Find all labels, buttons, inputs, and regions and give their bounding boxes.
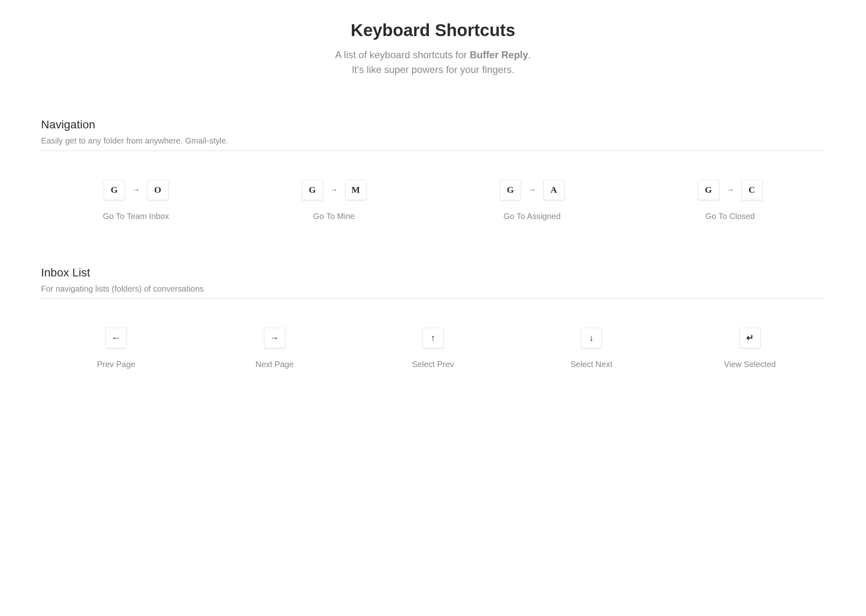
shortcut-go-team-inbox: G → O Go To Team Inbox: [99, 180, 173, 221]
shortcut-select-next: ↓ Select Next: [554, 328, 628, 369]
shortcut-label: Go To Team Inbox: [103, 212, 169, 221]
shortcut-go-closed: G → C Go To Closed: [693, 180, 767, 221]
key-sequence: ↓: [581, 328, 602, 348]
key-g: G: [302, 180, 323, 200]
key-sequence: G → C: [698, 180, 763, 200]
key-c: C: [741, 180, 763, 200]
page-title: Keyboard Shortcuts: [41, 21, 825, 40]
key-left-arrow: ←: [105, 328, 127, 348]
shortcut-label: Go To Mine: [313, 212, 355, 221]
shortcut-label: Select Next: [570, 360, 612, 369]
key-a: A: [543, 180, 565, 200]
key-sequence: ↑: [422, 328, 444, 348]
section-divider: [41, 299, 825, 299]
key-enter: ↵: [739, 328, 761, 348]
shortcut-label: View Selected: [724, 360, 776, 369]
subtitle-line2: It's like super powers for your fingers.: [352, 64, 515, 75]
shortcut-label: Next Page: [255, 360, 294, 369]
shortcut-view-selected: ↵ View Selected: [713, 328, 787, 369]
subtitle-strong: Buffer Reply: [469, 49, 528, 60]
section-description: Easily get to any folder from anywhere. …: [41, 136, 825, 146]
section-title: Navigation: [41, 118, 825, 131]
key-sequence: ←: [105, 328, 127, 348]
section-inbox-list: Inbox List For navigating lists (folders…: [41, 266, 825, 369]
key-g: G: [500, 180, 521, 200]
key-sequence: G → A: [500, 180, 565, 200]
key-up-arrow: ↑: [422, 328, 444, 348]
section-description: For navigating lists (folders) of conver…: [41, 284, 825, 294]
key-o: O: [147, 180, 169, 200]
sequence-arrow-icon: →: [727, 186, 734, 194]
section-navigation: Navigation Easily get to any folder from…: [41, 118, 825, 221]
key-sequence: →: [264, 328, 285, 348]
shortcuts-row: ← Prev Page → Next Page ↑ Select Prev ↓ …: [41, 328, 825, 369]
section-title: Inbox List: [41, 266, 825, 279]
sequence-arrow-icon: →: [132, 186, 140, 194]
subtitle-prefix: A list of keyboard shortcuts for: [335, 49, 469, 60]
shortcut-label: Select Prev: [412, 360, 454, 369]
section-divider: [41, 151, 825, 151]
shortcut-go-mine: G → M Go To Mine: [297, 180, 371, 221]
subtitle-suffix: .: [528, 49, 531, 60]
key-g: G: [698, 180, 719, 200]
key-down-arrow: ↓: [581, 328, 602, 348]
key-sequence: G → O: [104, 180, 169, 200]
page-subtitle: A list of keyboard shortcuts for Buffer …: [41, 48, 825, 77]
key-right-arrow: →: [264, 328, 285, 348]
shortcut-select-prev: ↑ Select Prev: [396, 328, 470, 369]
key-sequence: G → M: [302, 180, 367, 200]
shortcut-next-page: → Next Page: [238, 328, 312, 369]
key-g: G: [104, 180, 125, 200]
shortcut-prev-page: ← Prev Page: [79, 328, 153, 369]
sequence-arrow-icon: →: [529, 186, 536, 194]
sequence-arrow-icon: →: [330, 186, 338, 194]
shortcuts-row: G → O Go To Team Inbox G → M Go To Mine …: [41, 180, 825, 221]
key-sequence: ↵: [739, 328, 761, 348]
shortcut-label: Go To Closed: [705, 212, 755, 221]
page-header: Keyboard Shortcuts A list of keyboard sh…: [41, 21, 825, 77]
shortcut-label: Prev Page: [97, 360, 135, 369]
shortcut-label: Go To Assigned: [504, 212, 561, 221]
shortcut-go-assigned: G → A Go To Assigned: [495, 180, 569, 221]
key-m: M: [345, 180, 367, 200]
